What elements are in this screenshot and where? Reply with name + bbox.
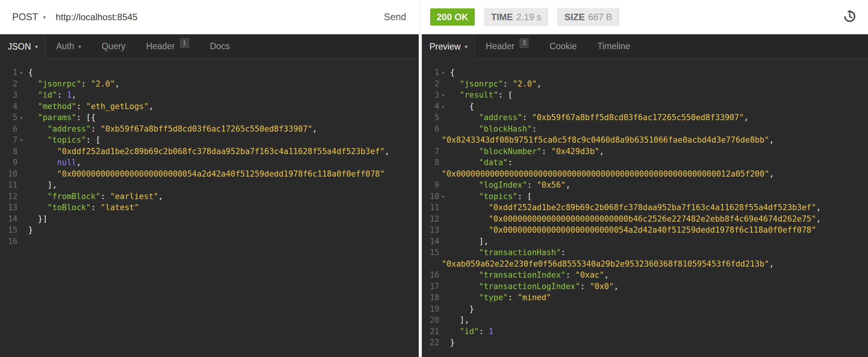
line-number: 8	[2, 146, 18, 158]
line-number: 15	[2, 225, 18, 236]
code-line: 1▾{	[422, 67, 868, 79]
line-number: 6	[424, 124, 439, 135]
code-content: "jsonrpc": "2.0",	[18, 79, 419, 90]
tab-header[interactable]: Header1	[136, 34, 199, 58]
fold-toggle-icon[interactable]: ▾	[442, 67, 445, 79]
line-number: 13	[424, 225, 439, 236]
line-number: 2	[2, 79, 18, 90]
line-number: 14	[424, 236, 439, 248]
tab-docs[interactable]: Docs	[200, 34, 240, 58]
tab-label: Docs	[210, 41, 230, 51]
code-wrapped-continuation: "0x8243343df08b9751f5ca0c5f8c9c0460d8a9b…	[439, 135, 868, 146]
fold-toggle-icon[interactable]: ▾	[20, 112, 23, 124]
code-content: "0xddf252ad1be2c89b69c2b068fc378daa952ba…	[439, 202, 868, 214]
code-line: 17 "transactionLogIndex": "0x0",	[422, 281, 868, 293]
code-content: ],	[18, 180, 419, 191]
code-line: 2 "jsonrpc": "2.0",	[0, 79, 419, 90]
line-number: 10	[424, 191, 439, 203]
request-body-editor[interactable]: 1▾{2 "jsonrpc": "2.0",3 "id": 1,4 "metho…	[0, 59, 419, 357]
code-line: 7▾ "topics": [	[0, 135, 419, 146]
code-line: 3 "id": 1,	[0, 90, 419, 101]
line-number: 22	[424, 337, 439, 349]
code-content: "jsonrpc": "2.0",	[439, 79, 868, 90]
line-number: 12	[424, 214, 439, 225]
response-pane: Preview▾Header3CookieTimeline 1▾{2 "json…	[422, 34, 868, 357]
tab-json[interactable]: JSON▾	[0, 34, 46, 59]
response-preview-editor[interactable]: 1▾{2 "jsonrpc": "2.0",3▾ "result": [4▾ {…	[422, 59, 868, 357]
code-line: 18 "type": "mined"	[422, 292, 868, 304]
url-input[interactable]	[53, 12, 370, 23]
tab-header[interactable]: Header3	[476, 34, 539, 58]
tab-cookie[interactable]: Cookie	[539, 34, 587, 58]
code-content: ▾ "topics": [	[439, 191, 868, 203]
code-content: ▾{	[439, 67, 868, 79]
code-content: "address": "0xb59f67a8bff5d8cd03f6ac1726…	[439, 112, 868, 124]
request-tabbar: JSON▾Auth▾QueryHeader1Docs	[0, 34, 419, 59]
time-value: 2.19 s	[516, 12, 541, 23]
tab-preview[interactable]: Preview▾	[422, 34, 476, 59]
code-content: "blockNumber": "0x429d3b",	[439, 146, 868, 158]
method-dropdown[interactable]: POST ▾	[0, 11, 53, 23]
tab-query[interactable]: Query	[91, 34, 136, 58]
tab-count-badge: 1	[180, 38, 189, 48]
fold-toggle-icon[interactable]: ▾	[20, 135, 23, 146]
tab-label: Header	[486, 41, 514, 51]
request-url-bar-left: POST ▾ Send	[0, 0, 420, 34]
response-history-button[interactable]	[841, 8, 858, 26]
line-number: 1	[424, 67, 439, 79]
line-number: 12	[2, 191, 18, 203]
tab-label: Cookie	[549, 41, 577, 51]
send-button[interactable]: Send	[370, 11, 420, 23]
code-line: 13 "toBlock": "latest"	[0, 202, 419, 214]
chevron-down-icon: ▾	[43, 14, 46, 20]
code-content: "id": 1,	[18, 90, 419, 101]
code-line: 5▾ "params": [{	[0, 112, 419, 124]
chevron-down-icon: ▾	[35, 44, 38, 49]
code-content: "transactionIndex": "0xac",	[439, 270, 868, 281]
fold-toggle-icon[interactable]: ▾	[20, 67, 23, 79]
code-content	[18, 236, 419, 248]
code-content: "fromBlock": "earliest",	[18, 191, 419, 203]
code-content: }	[18, 225, 419, 236]
code-line: 6 "blockHash":	[422, 124, 868, 135]
code-line: 10▾ "topics": [	[422, 191, 868, 203]
tab-auth[interactable]: Auth▾	[46, 34, 91, 58]
code-content: "transactionHash":	[439, 247, 868, 259]
code-line: 4 "method": "eth_getLogs",	[0, 101, 419, 113]
line-number: 3	[2, 90, 18, 101]
code-line: 19 }	[422, 304, 868, 315]
code-wrapped-continuation: "0x0000000000000000000000000000000000000…	[439, 169, 868, 180]
fold-toggle-icon[interactable]: ▾	[442, 90, 445, 101]
code-content: ▾ "result": [	[439, 90, 868, 101]
code-line: "0x8243343df08b9751f5ca0c5f8c9c0460d8a9b…	[422, 135, 868, 146]
code-line: 11 "0xddf252ad1be2c89b69c2b068fc378daa95…	[422, 202, 868, 214]
line-number: 13	[2, 202, 18, 214]
size-badge: SIZE 667 B	[557, 8, 619, 26]
tab-label: Auth	[56, 41, 74, 51]
tab-label: Query	[102, 41, 126, 51]
code-content: ▾ {	[439, 101, 868, 113]
code-content: "blockHash":	[439, 124, 868, 135]
line-number: 18	[424, 292, 439, 304]
line-number: 14	[2, 214, 18, 225]
line-number: 8	[424, 157, 439, 169]
pane-divider[interactable]	[419, 34, 422, 357]
line-number: 5	[2, 112, 18, 124]
code-content: "transactionLogIndex": "0x0",	[439, 281, 868, 293]
code-line: "0x0000000000000000000000000000000000000…	[422, 169, 868, 180]
tab-label: Timeline	[597, 41, 630, 51]
code-line: "0xab059a62e22e230fe0f56d8555340a29b2e95…	[422, 259, 868, 270]
code-line: 13 "0x00000000000000000000000054a2d42a40…	[422, 225, 868, 236]
code-content: "data":	[439, 157, 868, 169]
request-url-bar: POST ▾ Send 200 OK TIME 2.19 s SIZE 667 …	[0, 0, 868, 34]
fold-toggle-icon[interactable]: ▾	[442, 101, 445, 113]
code-line: 3▾ "result": [	[422, 90, 868, 101]
code-content: }]	[18, 214, 419, 225]
code-line: 22}	[422, 337, 868, 349]
code-line: 10 "0x00000000000000000000000054a2d42a40…	[0, 169, 419, 180]
code-content: "id": 1	[439, 326, 868, 338]
code-line: 14 }]	[0, 214, 419, 225]
tab-timeline[interactable]: Timeline	[587, 34, 641, 58]
fold-toggle-icon[interactable]: ▾	[442, 191, 445, 203]
response-meta-bar: 200 OK TIME 2.19 s SIZE 667 B	[420, 0, 868, 34]
